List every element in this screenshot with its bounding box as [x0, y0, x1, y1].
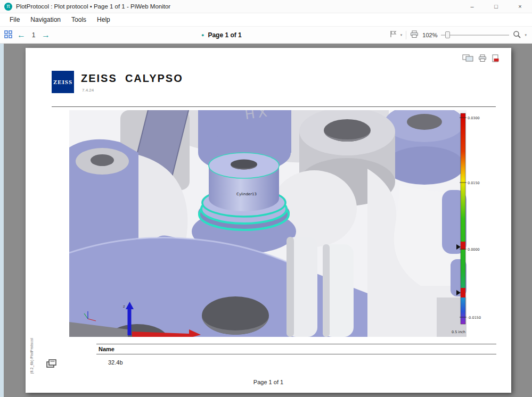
- cad-measured-cylinder: [198, 153, 290, 230]
- software-version: 7.4.24: [82, 88, 94, 93]
- cad-feature-label: Cylinder13: [236, 192, 257, 196]
- zoom-slider-thumb[interactable]: [445, 31, 450, 38]
- panel-splitter[interactable]: [0, 44, 4, 397]
- current-page-field[interactable]: 1: [30, 31, 37, 39]
- window-controls: – □ ×: [460, 0, 532, 13]
- scale-tick-upper: 0.0150: [468, 181, 480, 185]
- flag-icon[interactable]: [390, 30, 397, 39]
- status-dot-icon: ●: [201, 32, 204, 38]
- header-divider: [52, 106, 496, 107]
- menu-bar: File Navigation Tools Help: [0, 13, 532, 27]
- cad-right-purple-cylinder: [384, 110, 464, 185]
- plot-pages-icon: [46, 359, 57, 370]
- minimize-button[interactable]: –: [460, 0, 484, 13]
- next-page-icon[interactable]: →: [42, 31, 50, 39]
- toolbar-left-group: ← 1 →: [0, 30, 50, 40]
- report-action-icons: [462, 54, 500, 64]
- close-button[interactable]: ×: [508, 0, 532, 13]
- protocol-side-label: (8.2_6b) PlotProtocol: [30, 338, 34, 374]
- zoom-slider-track[interactable]: [441, 35, 509, 36]
- document-workspace: ZEISS ZEISS CALYPSO 7.4.24: [0, 44, 532, 397]
- menu-navigation[interactable]: Navigation: [25, 14, 66, 25]
- window-title: PlotProtocol : Plot protocol • Page 1 of…: [16, 3, 170, 10]
- previous-page-icon[interactable]: ←: [17, 31, 26, 39]
- menu-file[interactable]: File: [4, 14, 25, 25]
- cad-plot-view: HX: [69, 110, 485, 337]
- toolbar-right-group: ▾ 102% ▾: [390, 30, 532, 40]
- maximize-button[interactable]: □: [484, 0, 508, 13]
- page-status: ● Page 1 of 1: [201, 27, 242, 43]
- toolbar-separator: [406, 31, 406, 39]
- zoom-level-label: 102%: [422, 32, 437, 38]
- title-bar: π PlotProtocol : Plot protocol • Page 1 …: [0, 0, 532, 13]
- scale-tick-max: 0.0300: [468, 116, 480, 120]
- report-print-icon[interactable]: [478, 54, 487, 64]
- cad-z-axis-label: z: [123, 304, 125, 309]
- result-table-value: 32.4b: [96, 354, 496, 366]
- thumbnails-grid-icon[interactable]: [4, 30, 12, 40]
- scale-unit-label: 0.5 inch: [452, 330, 465, 334]
- zeiss-logo: ZEISS: [52, 71, 74, 93]
- scale-tick-min: -0.0150: [468, 316, 481, 320]
- scale-tick-zero: 0.0000: [468, 247, 480, 252]
- page-status-label: Page 1 of 1: [208, 31, 241, 39]
- export-pdf-icon[interactable]: [492, 54, 500, 64]
- result-table: Name 32.4b: [96, 344, 496, 366]
- magnifier-chevron-icon[interactable]: ▾: [525, 33, 527, 37]
- report-title: ZEISS CALYPSO: [81, 72, 183, 85]
- menu-help[interactable]: Help: [92, 14, 116, 25]
- magnifier-icon[interactable]: [513, 30, 521, 40]
- app-icon[interactable]: π: [4, 3, 12, 11]
- toolbar: ← 1 → ● Page 1 of 1 ▾ 102% ▾: [0, 27, 532, 44]
- print-icon[interactable]: [410, 30, 419, 40]
- zoom-slider[interactable]: [441, 31, 509, 39]
- menu-tools[interactable]: Tools: [66, 14, 92, 25]
- report-page: ZEISS ZEISS CALYPSO 7.4.24: [26, 48, 511, 393]
- flag-chevron-icon[interactable]: ▾: [400, 33, 403, 37]
- page-footer: Page 1 of 1: [26, 379, 511, 385]
- display-options-icon[interactable]: [462, 54, 473, 64]
- result-table-header: Name: [96, 344, 496, 354]
